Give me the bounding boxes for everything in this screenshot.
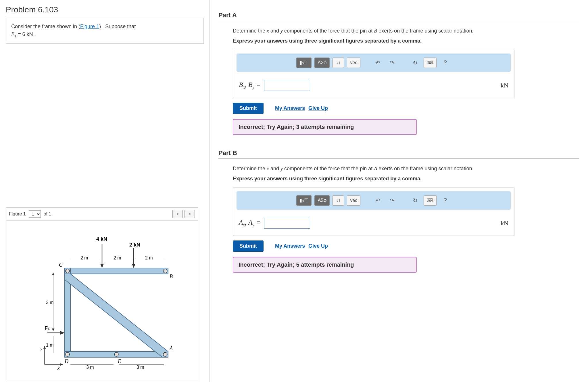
svg-marker-2 [43, 346, 46, 349]
subscript-button[interactable]: ↓↑ [333, 195, 344, 206]
svg-marker-36 [52, 272, 54, 275]
part-a-submit-button[interactable]: Submit [233, 103, 264, 114]
svg-marker-16 [100, 264, 104, 268]
part-a-answer-box: ▮√☐ ΑΣφ ↓↑ vec ↶ ↷ ↻ ⌨ ? Bx, By = kN [233, 50, 514, 98]
part-a-title: Part A [218, 12, 579, 21]
figure-prev-button[interactable]: < [172, 210, 183, 218]
figure-of-text: of 1 [44, 211, 51, 217]
part-b-feedback: Incorrect; Try Again; 5 attempts remaini… [233, 257, 417, 273]
svg-text:3 m: 3 m [86, 365, 94, 370]
part-b-answer-box: ▮√☐ ΑΣφ ↓↑ vec ↶ ↷ ↻ ⌨ ? Ax, Ay = kN [233, 188, 514, 236]
svg-text:x: x [57, 366, 59, 370]
svg-text:4 kN: 4 kN [96, 236, 107, 242]
part-b-title: Part B [218, 149, 579, 159]
svg-text:A: A [169, 345, 173, 351]
help-button[interactable]: ? [439, 58, 451, 68]
svg-text:C: C [59, 262, 63, 268]
part-a-unit: kN [501, 82, 508, 89]
problem-statement: Consider the frame shown in (Figure 1) .… [6, 18, 204, 44]
figure-select[interactable]: 1 [29, 210, 41, 218]
svg-text:2 m: 2 m [80, 255, 88, 260]
svg-text:y: y [40, 346, 43, 351]
equation-toolbar-b: ▮√☐ ΑΣφ ↓↑ vec ↶ ↷ ↻ ⌨ ? [237, 191, 511, 210]
part-a-instruction: Express your answers using three signifi… [233, 38, 579, 44]
reset-button[interactable]: ↻ [409, 195, 421, 206]
keyboard-button[interactable]: ⌨ [424, 58, 437, 68]
part-b-submit-button[interactable]: Submit [233, 240, 264, 252]
svg-text:2 m: 2 m [114, 255, 121, 260]
part-a-var-label: Bx, By = [239, 81, 261, 90]
reset-button[interactable]: ↻ [409, 58, 421, 68]
undo-button[interactable]: ↶ [372, 195, 383, 206]
figure-label: Figure 1 [9, 211, 26, 217]
template-button[interactable]: ▮√☐ [296, 195, 312, 206]
svg-marker-3 [60, 363, 63, 366]
part-b-desc: Determine the x and y components of the … [233, 165, 579, 173]
greek-button[interactable]: ΑΣφ [314, 58, 330, 68]
given-value: = 6 kN . [16, 31, 36, 37]
svg-point-10 [66, 269, 70, 273]
part-b-give-up-link[interactable]: Give Up [308, 243, 328, 249]
template-button[interactable]: ▮√☐ [296, 58, 312, 68]
redo-button[interactable]: ↷ [386, 58, 398, 68]
part-a-feedback: Incorrect; Try Again; 3 attempts remaini… [233, 119, 417, 135]
svg-text:B: B [170, 274, 173, 279]
greek-button[interactable]: ΑΣφ [314, 195, 330, 206]
part-b-answer-input[interactable] [264, 218, 310, 229]
svg-point-11 [163, 269, 167, 273]
figure-panel: Figure 1 1 of 1 < > y x [6, 207, 198, 382]
intro-text-2: ) . Suppose that [99, 24, 136, 29]
figure-content: y x 4 kN [6, 221, 198, 382]
part-b-instruction: Express your answers using three signifi… [233, 176, 579, 182]
svg-point-13 [114, 352, 118, 356]
problem-title: Problem 6.103 [0, 0, 210, 18]
equation-toolbar: ▮√☐ ΑΣφ ↓↑ vec ↶ ↷ ↻ ⌨ ? [237, 54, 511, 72]
vec-button[interactable]: vec [347, 58, 360, 68]
figure-header: Figure 1 1 of 1 < > [6, 208, 198, 221]
svg-marker-37 [52, 328, 54, 331]
redo-button[interactable]: ↷ [386, 195, 398, 206]
part-b-section: Part B Determine the x and y components … [218, 149, 579, 273]
svg-text:F₁: F₁ [45, 325, 50, 331]
svg-marker-9 [65, 274, 168, 357]
help-button[interactable]: ? [439, 195, 451, 206]
undo-button[interactable]: ↶ [372, 58, 383, 68]
svg-text:2 m: 2 m [145, 255, 153, 260]
svg-rect-6 [65, 268, 168, 274]
part-b-var-label: Ax, Ay = [239, 219, 261, 228]
part-a-my-answers-link[interactable]: My Answers [275, 105, 305, 111]
svg-marker-22 [60, 331, 65, 335]
svg-text:2 kN: 2 kN [129, 242, 140, 248]
intro-text: Consider the frame shown in ( [11, 24, 80, 29]
part-a-desc: Determine the x and y components of the … [233, 27, 579, 35]
frame-diagram: y x 4 kN [27, 226, 177, 376]
part-a-section: Part A Determine the x and y components … [218, 12, 579, 135]
vec-button[interactable]: vec [347, 195, 360, 206]
part-a-answer-input[interactable] [264, 80, 310, 91]
part-b-unit: kN [501, 219, 508, 227]
var-F: F [11, 31, 14, 37]
svg-text:3 m: 3 m [137, 365, 144, 370]
figure-link[interactable]: Figure 1 [80, 24, 99, 29]
svg-text:3 m: 3 m [46, 300, 54, 305]
svg-point-14 [163, 352, 167, 356]
svg-point-12 [66, 352, 70, 356]
svg-text:E: E [118, 358, 121, 364]
svg-marker-19 [132, 264, 135, 268]
part-b-my-answers-link[interactable]: My Answers [275, 243, 305, 249]
subscript-button[interactable]: ↓↑ [333, 58, 344, 68]
svg-text:1 m: 1 m [46, 343, 54, 347]
part-a-give-up-link[interactable]: Give Up [308, 105, 328, 111]
keyboard-button[interactable]: ⌨ [424, 195, 437, 206]
var-F-sub: 1 [14, 34, 16, 38]
figure-next-button[interactable]: > [185, 210, 195, 218]
svg-text:D: D [64, 358, 68, 364]
